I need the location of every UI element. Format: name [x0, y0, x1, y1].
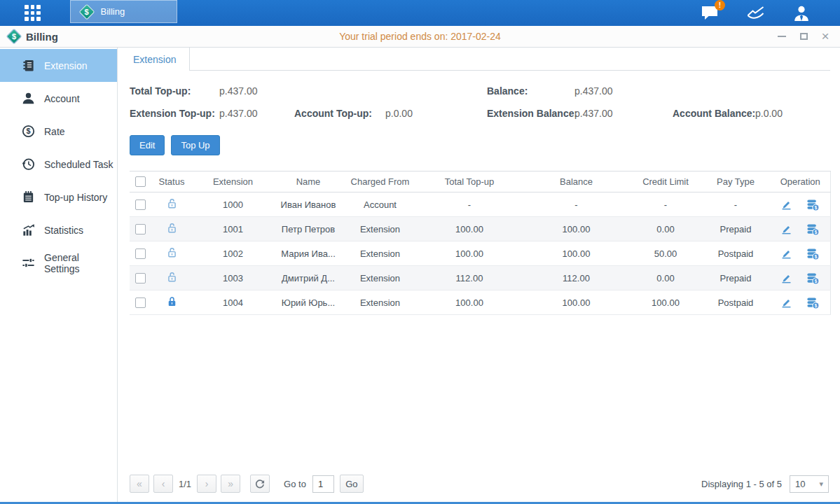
svg-text:$: $ — [26, 127, 30, 135]
sidebar-item-top-up-history[interactable]: Top-up History — [0, 181, 117, 214]
clock-history-icon — [21, 158, 35, 172]
user-account-icon[interactable] — [792, 5, 811, 22]
topbar: $ Billing ! — [0, 0, 840, 26]
prev-page-button[interactable]: ‹ — [153, 475, 173, 493]
sidebar-item-label: General Settings — [44, 252, 117, 274]
column-header-balance: Balance — [522, 172, 631, 192]
svg-text:$: $ — [815, 254, 818, 260]
first-page-button[interactable]: « — [130, 475, 149, 493]
notification-badge: ! — [715, 0, 725, 10]
edit-pencil-icon[interactable] — [780, 248, 792, 260]
pay-type-cell: Prepaid — [701, 217, 771, 241]
top-up-coins-icon[interactable]: $ — [806, 247, 820, 260]
balance-value: p.437.00 — [574, 85, 673, 97]
tabstrip: Extension — [120, 48, 830, 71]
row-checkbox[interactable] — [135, 200, 146, 210]
page-size-select[interactable]: 10 ▾ — [790, 475, 829, 493]
toolbar: Edit Top Up — [130, 135, 830, 155]
messages-icon[interactable]: ! — [701, 5, 719, 21]
edit-pencil-icon[interactable] — [780, 272, 792, 284]
table-row: 1002Мария Ива...Extension100.00100.0050.… — [130, 241, 830, 266]
charged-from-cell: Extension — [343, 290, 417, 315]
balance-cell: 100.00 — [522, 217, 631, 241]
billing-window: $ Billing ! — [0, 0, 840, 504]
top-up-coins-icon[interactable]: $ — [806, 272, 820, 285]
app-launcher-icon[interactable] — [25, 5, 41, 21]
page-size-value: 10 — [795, 479, 805, 489]
close-icon[interactable]: × — [820, 31, 830, 41]
sidebar-item-rate[interactable]: $Rate — [0, 115, 117, 148]
window-controls: × — [777, 26, 830, 47]
goto-page-input[interactable] — [312, 475, 334, 493]
person-icon — [21, 92, 35, 106]
row-checkbox[interactable] — [135, 298, 146, 308]
unlocked-icon[interactable] — [166, 271, 178, 283]
edit-pencil-icon[interactable] — [780, 297, 792, 309]
goto-label: Go to — [284, 479, 306, 489]
row-checkbox[interactable] — [135, 248, 146, 259]
sidebar: ExtensionAccount$RateScheduled TaskTop-u… — [0, 48, 118, 502]
operation-cell: $ — [771, 241, 830, 266]
balance-cell: 100.00 — [522, 290, 631, 315]
name-cell: Мария Ива... — [273, 241, 343, 266]
locked-icon[interactable] — [166, 295, 178, 307]
sidebar-item-label: Statistics — [44, 225, 83, 236]
tab-extension[interactable]: Extension — [120, 48, 190, 71]
window-title: $ Billing — [6, 29, 58, 44]
sidebar-item-statistics[interactable]: Statistics — [0, 214, 117, 246]
operation-cell: $ — [771, 266, 830, 290]
extension-cell: 1003 — [193, 266, 273, 290]
maximize-icon[interactable] — [799, 31, 808, 41]
pay-type-cell: Prepaid — [701, 266, 771, 290]
svg-text:$: $ — [815, 303, 818, 309]
row-checkbox[interactable] — [135, 224, 146, 234]
balance-label: Balance: — [487, 85, 574, 97]
operation-cell: $ — [771, 290, 830, 315]
row-checkbox[interactable] — [135, 273, 146, 284]
total-top-up-cell: 100.00 — [417, 290, 522, 315]
sidebar-item-account[interactable]: Account — [0, 82, 117, 115]
credit-limit-cell: 0.00 — [631, 217, 701, 241]
column-header-credit-limit: Credit Limit — [631, 172, 701, 192]
app-tab-billing[interactable]: $ Billing — [70, 0, 177, 23]
unlocked-icon[interactable] — [166, 197, 178, 209]
app-tab-label: Billing — [101, 6, 125, 17]
unlocked-icon[interactable] — [166, 222, 178, 234]
top-up-coins-icon[interactable]: $ — [806, 296, 820, 309]
total-top-up-value: p.437.00 — [219, 85, 294, 97]
unlocked-icon[interactable] — [166, 246, 178, 258]
sliders-icon — [21, 256, 35, 270]
table-header-row: StatusExtensionNameCharged FromTotal Top… — [130, 172, 830, 192]
select-all-checkbox[interactable] — [135, 176, 146, 187]
sidebar-item-general-settings[interactable]: General Settings — [0, 246, 117, 279]
credit-limit-cell: - — [631, 192, 701, 217]
balance-cell: 100.00 — [522, 241, 631, 266]
refresh-button[interactable] — [250, 475, 270, 493]
ledger-icon — [21, 59, 35, 73]
edit-button[interactable]: Edit — [130, 135, 165, 155]
displaying-text: Displaying 1 - 5 of 5 — [701, 479, 782, 489]
account-top-up-label: Account Top-up: — [294, 108, 385, 119]
sidebar-item-extension[interactable]: Extension — [0, 49, 117, 82]
top-up-button[interactable]: Top Up — [171, 135, 219, 155]
name-cell: Петр Петров — [273, 217, 343, 241]
top-up-coins-icon[interactable]: $ — [806, 198, 820, 211]
name-cell: Юрий Юрь... — [273, 290, 343, 315]
sidebar-item-scheduled-task[interactable]: Scheduled Task — [0, 148, 117, 181]
extension-cell: 1001 — [193, 217, 273, 241]
pay-type-cell: Postpaid — [701, 241, 771, 266]
pagination-right: Displaying 1 - 5 of 5 10 ▾ — [701, 475, 829, 493]
name-cell: Иван Иванов — [273, 192, 343, 217]
billing-title-icon: $ — [6, 29, 22, 44]
last-page-button[interactable]: » — [221, 475, 240, 493]
minimize-icon[interactable] — [777, 31, 787, 41]
next-page-button[interactable]: › — [197, 475, 216, 493]
top-up-coins-icon[interactable]: $ — [806, 223, 820, 236]
go-button[interactable]: Go — [340, 475, 364, 493]
edit-pencil-icon[interactable] — [780, 223, 792, 235]
edit-pencil-icon[interactable] — [780, 199, 792, 211]
svg-text:$: $ — [815, 205, 818, 211]
extension-table: StatusExtensionNameCharged FromTotal Top… — [130, 171, 831, 315]
pagination-bar: « ‹ 1/1 › » Go to Go Displaying 1 - 5 of… — [130, 468, 830, 502]
reports-icon[interactable] — [745, 5, 766, 21]
